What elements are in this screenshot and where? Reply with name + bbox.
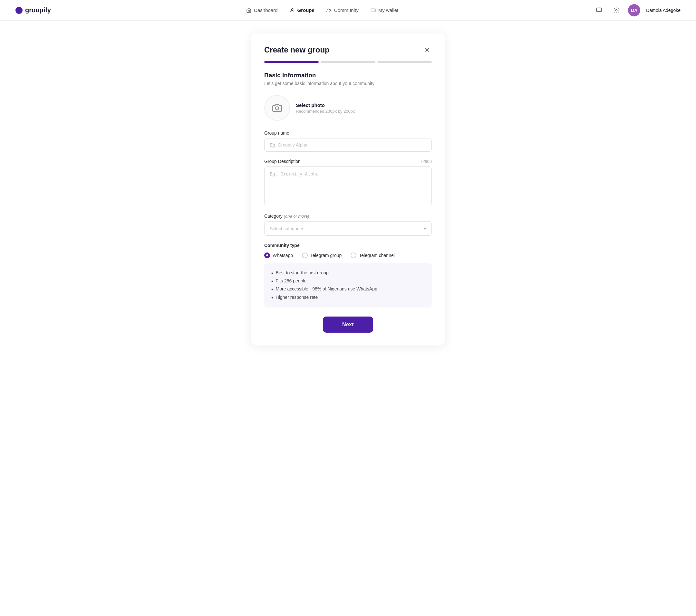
groups-icon bbox=[289, 7, 295, 13]
radio-telegram-group[interactable]: Telegram group bbox=[302, 253, 342, 258]
category-select-wrapper: Select categories ▾ bbox=[264, 221, 432, 236]
svg-point-6 bbox=[275, 107, 279, 110]
photo-hint: Recommended 200px by 200px bbox=[296, 109, 355, 114]
community-type-section: Community type Whatsapp Telegram group T… bbox=[264, 243, 432, 308]
nav-label-dashboard: Dashboard bbox=[254, 7, 278, 13]
nav-item-community[interactable]: Community bbox=[326, 7, 359, 13]
footer-actions: Next bbox=[264, 317, 432, 333]
svg-point-2 bbox=[329, 9, 331, 10]
category-placeholder: Select categories bbox=[270, 226, 304, 231]
radio-telegram-group-label: Telegram group bbox=[310, 253, 342, 258]
user-name: Damola Adegoke bbox=[646, 8, 681, 13]
nav-item-groups[interactable]: Groups bbox=[289, 7, 315, 13]
progress-segment-1 bbox=[264, 61, 319, 63]
nav-label-groups: Groups bbox=[297, 7, 315, 13]
brand-name: groupify bbox=[25, 6, 51, 14]
svg-point-5 bbox=[616, 9, 617, 11]
radio-telegram-channel-label: Telegram channel bbox=[359, 253, 395, 258]
photo-label: Select photo bbox=[296, 102, 355, 108]
group-name-input[interactable] bbox=[264, 138, 432, 152]
radio-whatsapp-circle bbox=[264, 253, 270, 258]
navbar-right: DA Damola Adegoke bbox=[593, 4, 681, 16]
svg-rect-4 bbox=[597, 8, 602, 12]
category-label: Category (one or more) bbox=[264, 213, 432, 218]
progress-segment-2 bbox=[321, 61, 375, 63]
group-description-field: Group Description 0/600 bbox=[264, 159, 432, 206]
progress-bar bbox=[264, 61, 432, 63]
info-item-4: Higher response rate bbox=[271, 294, 425, 302]
group-name-label: Group name bbox=[264, 130, 432, 135]
home-icon bbox=[246, 7, 252, 13]
group-name-field: Group name bbox=[264, 130, 432, 152]
category-field: Category (one or more) Select categories… bbox=[264, 213, 432, 236]
svg-point-0 bbox=[291, 9, 293, 10]
nav-label-community: Community bbox=[334, 7, 359, 13]
category-select[interactable]: Select categories ▾ bbox=[264, 221, 432, 236]
navbar: groupify Dashboard Groups bbox=[0, 0, 696, 21]
brand-logo[interactable]: groupify bbox=[15, 6, 51, 14]
dialog-title: Create new group bbox=[264, 45, 330, 54]
group-description-input[interactable] bbox=[264, 166, 432, 205]
info-box: Best to start the first group Fits 256 p… bbox=[264, 263, 432, 308]
nav-item-wallet[interactable]: My wallet bbox=[370, 7, 399, 13]
main-content: Create new group ✕ Basic Information Let… bbox=[0, 21, 696, 365]
radio-telegram-group-circle bbox=[302, 253, 308, 258]
info-list: Best to start the first group Fits 256 p… bbox=[271, 269, 425, 302]
group-description-label: Group Description bbox=[264, 159, 301, 164]
avatar[interactable]: DA bbox=[628, 4, 640, 16]
community-type-label: Community type bbox=[264, 243, 432, 248]
wallet-icon bbox=[370, 7, 376, 13]
community-icon bbox=[326, 7, 332, 13]
radio-telegram-channel-circle bbox=[351, 253, 357, 258]
radio-telegram-channel[interactable]: Telegram channel bbox=[351, 253, 395, 258]
photo-upload-button[interactable] bbox=[264, 95, 290, 121]
description-label-row: Group Description 0/600 bbox=[264, 159, 432, 164]
progress-segment-3 bbox=[377, 61, 432, 63]
svg-rect-3 bbox=[371, 9, 375, 12]
nav-item-dashboard[interactable]: Dashboard bbox=[246, 7, 278, 13]
char-count: 0/600 bbox=[421, 159, 432, 164]
section-title: Basic Information bbox=[264, 72, 432, 79]
radio-whatsapp[interactable]: Whatsapp bbox=[264, 253, 293, 258]
info-item-1: Best to start the first group bbox=[271, 269, 425, 277]
avatar-initials: DA bbox=[631, 8, 637, 13]
photo-upload: Select photo Recommended 200px by 200px bbox=[264, 95, 432, 121]
info-item-2: Fits 256 people bbox=[271, 277, 425, 285]
nav-label-wallet: My wallet bbox=[378, 7, 399, 13]
notification-icon[interactable] bbox=[593, 4, 605, 16]
settings-icon[interactable] bbox=[611, 4, 622, 16]
photo-text: Select photo Recommended 200px by 200px bbox=[296, 102, 355, 114]
radio-group: Whatsapp Telegram group Telegram channel bbox=[264, 253, 432, 258]
create-group-dialog: Create new group ✕ Basic Information Let… bbox=[251, 33, 445, 345]
svg-point-1 bbox=[328, 9, 329, 10]
chevron-down-icon: ▾ bbox=[424, 225, 426, 231]
nav-menu: Dashboard Groups Community bbox=[246, 7, 398, 13]
logo-dot-icon bbox=[15, 7, 22, 14]
section-description: Let's get some basic information about y… bbox=[264, 81, 432, 86]
info-item-3: More accessible - 98% of Nigerians use W… bbox=[271, 285, 425, 293]
radio-whatsapp-label: Whatsapp bbox=[273, 253, 293, 258]
close-button[interactable]: ✕ bbox=[422, 45, 432, 55]
next-button[interactable]: Next bbox=[323, 317, 373, 333]
category-label-text: Category bbox=[264, 213, 283, 218]
dialog-header: Create new group ✕ bbox=[264, 45, 432, 55]
